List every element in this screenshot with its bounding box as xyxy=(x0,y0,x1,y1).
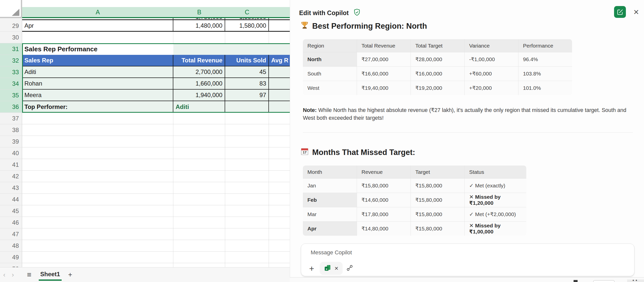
row-header[interactable]: 37 xyxy=(0,113,22,124)
cell-b28-clipped[interactable]: 1,780,000 xyxy=(195,18,222,20)
cell-d36[interactable] xyxy=(269,101,290,113)
cell[interactable] xyxy=(173,124,225,136)
cell[interactable] xyxy=(225,205,269,217)
cell-d31[interactable] xyxy=(269,43,290,55)
cell[interactable] xyxy=(173,240,225,252)
cell-avg[interactable] xyxy=(269,66,290,78)
cell-c31[interactable] xyxy=(225,43,269,55)
cell-avg[interactable] xyxy=(269,78,290,90)
cell-avg[interactable] xyxy=(269,90,290,101)
cell[interactable] xyxy=(22,228,173,240)
row-header[interactable]: 38 xyxy=(0,124,22,136)
column-header-d[interactable] xyxy=(269,7,290,17)
cell-b29[interactable]: 1,480,000 xyxy=(173,20,225,32)
cell[interactable] xyxy=(173,217,225,228)
copilot-message-composer[interactable]: Message Copilot + x ✕ xyxy=(301,244,634,276)
row-header[interactable]: 43 xyxy=(0,182,22,194)
cell[interactable] xyxy=(173,147,225,159)
cell-d30[interactable] xyxy=(269,32,290,43)
next-sheet-button[interactable]: › xyxy=(9,271,17,279)
cell[interactable] xyxy=(22,159,173,171)
close-panel-button[interactable]: ✕ xyxy=(631,7,641,17)
cell[interactable] xyxy=(269,228,290,240)
cell[interactable] xyxy=(22,240,173,252)
cell[interactable] xyxy=(225,182,269,194)
cell-a36[interactable]: Top Performer: xyxy=(22,101,173,113)
sheet-tab-sheet1[interactable]: Sheet1 xyxy=(39,271,62,279)
cell-total-revenue[interactable]: 1,940,000 xyxy=(173,90,225,101)
row-header-29[interactable]: 29 xyxy=(0,20,22,32)
column-header-a[interactable]: A xyxy=(22,7,173,17)
cell-a32[interactable]: Sales Rep xyxy=(22,55,173,66)
cell[interactable] xyxy=(225,217,269,228)
row-header[interactable]: 49 xyxy=(0,252,22,263)
cell[interactable] xyxy=(22,182,173,194)
row-header[interactable]: 44 xyxy=(0,194,22,205)
row-header-30[interactable]: 30 xyxy=(0,32,22,43)
cell-total-revenue[interactable]: 2,700,000 xyxy=(173,66,225,78)
cell[interactable] xyxy=(269,240,290,252)
cell-b32[interactable]: Total Revenue xyxy=(173,55,225,66)
cell-rep-name[interactable]: Aditi xyxy=(22,66,173,78)
cell[interactable] xyxy=(173,205,225,217)
cell[interactable] xyxy=(173,171,225,182)
row-header[interactable]: 45 xyxy=(0,205,22,217)
cell-c29[interactable]: 1,580,000 xyxy=(225,20,269,32)
cell[interactable] xyxy=(225,147,269,159)
cell-rep-name[interactable]: Meera xyxy=(22,90,173,101)
row-header[interactable]: 34 xyxy=(0,78,22,90)
cell[interactable] xyxy=(269,205,290,217)
cell[interactable] xyxy=(225,124,269,136)
link-icon[interactable] xyxy=(346,264,353,272)
cell-units-sold[interactable]: 83 xyxy=(225,78,269,90)
cell[interactable] xyxy=(269,182,290,194)
sheet-list-menu-icon[interactable]: ≡ xyxy=(24,270,34,279)
cell-units-sold[interactable]: 45 xyxy=(225,66,269,78)
cell-a31-active[interactable]: Sales Rep Performance xyxy=(22,43,173,55)
cell[interactable] xyxy=(173,228,225,240)
cell[interactable] xyxy=(269,171,290,182)
cell[interactable] xyxy=(225,240,269,252)
cell[interactable] xyxy=(225,159,269,171)
row-header-36[interactable]: 36 xyxy=(0,101,22,113)
cell[interactable] xyxy=(269,124,290,136)
row-header[interactable]: 33 xyxy=(0,66,22,78)
cell[interactable] xyxy=(22,136,173,147)
cell-b31[interactable] xyxy=(173,43,225,55)
row-header[interactable]: 40 xyxy=(0,147,22,159)
row-header[interactable]: 41 xyxy=(0,159,22,171)
cell-b36-top-performer[interactable]: Aditi xyxy=(173,101,225,113)
cell[interactable] xyxy=(269,113,290,124)
cell-a30[interactable] xyxy=(22,32,173,43)
cell[interactable] xyxy=(225,136,269,147)
cell-units-sold[interactable]: 97 xyxy=(225,90,269,101)
cell[interactable] xyxy=(22,217,173,228)
cell[interactable] xyxy=(269,252,290,263)
cell-a29[interactable]: Apr xyxy=(22,20,173,32)
cell[interactable] xyxy=(22,194,173,205)
cell[interactable] xyxy=(173,113,225,124)
row-header-32[interactable]: 32 xyxy=(0,55,22,66)
cell[interactable] xyxy=(225,113,269,124)
message-input-placeholder[interactable]: Message Copilot xyxy=(311,249,352,256)
cell[interactable] xyxy=(173,159,225,171)
add-sheet-button[interactable]: + xyxy=(68,271,72,279)
column-header-b[interactable]: B xyxy=(173,7,225,17)
cell[interactable] xyxy=(225,171,269,182)
cell-b30[interactable] xyxy=(173,32,225,43)
column-header-c[interactable]: C xyxy=(225,7,269,17)
cell[interactable] xyxy=(225,252,269,263)
cell[interactable] xyxy=(269,147,290,159)
cell-total-revenue[interactable]: 1,660,000 xyxy=(173,78,225,90)
cell[interactable] xyxy=(173,252,225,263)
cell[interactable] xyxy=(22,171,173,182)
cell[interactable] xyxy=(269,136,290,147)
cell-c32[interactable]: Units Sold xyxy=(225,55,269,66)
row-header-31[interactable]: 31 xyxy=(0,43,22,55)
cell[interactable] xyxy=(225,194,269,205)
row-header[interactable]: 46 xyxy=(0,217,22,228)
cell[interactable] xyxy=(22,147,173,159)
add-content-button[interactable]: + xyxy=(307,264,316,273)
cell-rep-name[interactable]: Rohan xyxy=(22,78,173,90)
row-header[interactable]: 39 xyxy=(0,136,22,147)
